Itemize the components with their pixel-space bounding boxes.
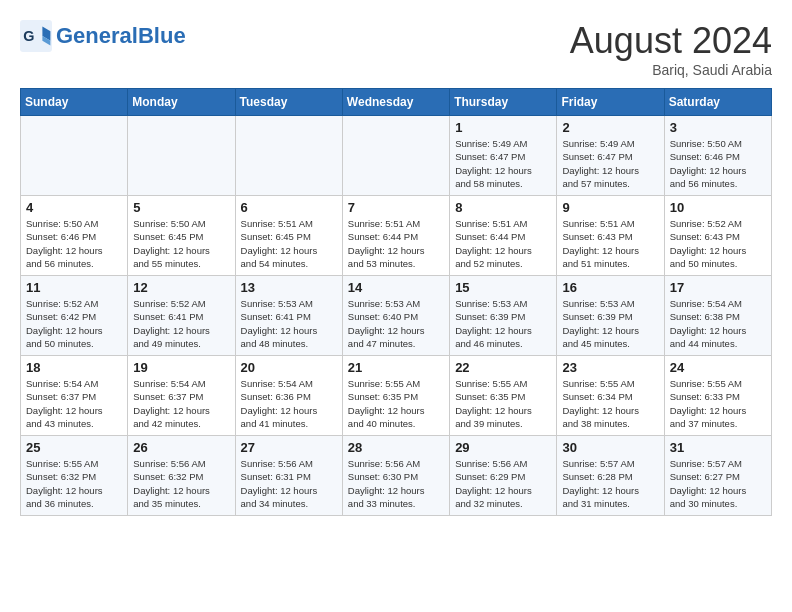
day-info: Sunrise: 5:54 AM Sunset: 6:36 PM Dayligh… — [241, 377, 337, 430]
day-number: 2 — [562, 120, 658, 135]
calendar-cell: 17Sunrise: 5:54 AM Sunset: 6:38 PM Dayli… — [664, 276, 771, 356]
month-title: August 2024 — [570, 20, 772, 62]
logo-icon: G — [20, 20, 52, 52]
day-number: 26 — [133, 440, 229, 455]
day-number: 17 — [670, 280, 766, 295]
calendar-cell: 28Sunrise: 5:56 AM Sunset: 6:30 PM Dayli… — [342, 436, 449, 516]
calendar-cell: 29Sunrise: 5:56 AM Sunset: 6:29 PM Dayli… — [450, 436, 557, 516]
day-number: 14 — [348, 280, 444, 295]
day-info: Sunrise: 5:53 AM Sunset: 6:41 PM Dayligh… — [241, 297, 337, 350]
day-info: Sunrise: 5:50 AM Sunset: 6:46 PM Dayligh… — [670, 137, 766, 190]
calendar-cell: 4Sunrise: 5:50 AM Sunset: 6:46 PM Daylig… — [21, 196, 128, 276]
day-info: Sunrise: 5:50 AM Sunset: 6:46 PM Dayligh… — [26, 217, 122, 270]
day-number: 15 — [455, 280, 551, 295]
day-number: 31 — [670, 440, 766, 455]
calendar-cell — [21, 116, 128, 196]
day-info: Sunrise: 5:52 AM Sunset: 6:43 PM Dayligh… — [670, 217, 766, 270]
day-number: 16 — [562, 280, 658, 295]
day-number: 21 — [348, 360, 444, 375]
weekday-header-sunday: Sunday — [21, 89, 128, 116]
day-info: Sunrise: 5:57 AM Sunset: 6:28 PM Dayligh… — [562, 457, 658, 510]
day-number: 18 — [26, 360, 122, 375]
calendar-cell: 2Sunrise: 5:49 AM Sunset: 6:47 PM Daylig… — [557, 116, 664, 196]
calendar-cell: 21Sunrise: 5:55 AM Sunset: 6:35 PM Dayli… — [342, 356, 449, 436]
calendar-cell: 14Sunrise: 5:53 AM Sunset: 6:40 PM Dayli… — [342, 276, 449, 356]
day-info: Sunrise: 5:51 AM Sunset: 6:44 PM Dayligh… — [348, 217, 444, 270]
day-number: 28 — [348, 440, 444, 455]
day-info: Sunrise: 5:56 AM Sunset: 6:32 PM Dayligh… — [133, 457, 229, 510]
week-row-2: 4Sunrise: 5:50 AM Sunset: 6:46 PM Daylig… — [21, 196, 772, 276]
calendar-cell — [342, 116, 449, 196]
calendar-cell — [235, 116, 342, 196]
calendar-cell: 12Sunrise: 5:52 AM Sunset: 6:41 PM Dayli… — [128, 276, 235, 356]
page-header: G GeneralBlue August 2024 Bariq, Saudi A… — [20, 20, 772, 78]
calendar-body: 1Sunrise: 5:49 AM Sunset: 6:47 PM Daylig… — [21, 116, 772, 516]
location: Bariq, Saudi Arabia — [570, 62, 772, 78]
logo-blue: Blue — [138, 23, 186, 48]
calendar-table: SundayMondayTuesdayWednesdayThursdayFrid… — [20, 88, 772, 516]
day-number: 13 — [241, 280, 337, 295]
day-number: 30 — [562, 440, 658, 455]
logo: G GeneralBlue — [20, 20, 186, 52]
calendar-cell: 27Sunrise: 5:56 AM Sunset: 6:31 PM Dayli… — [235, 436, 342, 516]
day-number: 22 — [455, 360, 551, 375]
calendar-cell: 1Sunrise: 5:49 AM Sunset: 6:47 PM Daylig… — [450, 116, 557, 196]
calendar-cell: 5Sunrise: 5:50 AM Sunset: 6:45 PM Daylig… — [128, 196, 235, 276]
weekday-header-wednesday: Wednesday — [342, 89, 449, 116]
day-info: Sunrise: 5:49 AM Sunset: 6:47 PM Dayligh… — [455, 137, 551, 190]
week-row-3: 11Sunrise: 5:52 AM Sunset: 6:42 PM Dayli… — [21, 276, 772, 356]
day-info: Sunrise: 5:55 AM Sunset: 6:33 PM Dayligh… — [670, 377, 766, 430]
logo-general: General — [56, 23, 138, 48]
weekday-header-friday: Friday — [557, 89, 664, 116]
week-row-4: 18Sunrise: 5:54 AM Sunset: 6:37 PM Dayli… — [21, 356, 772, 436]
day-info: Sunrise: 5:55 AM Sunset: 6:34 PM Dayligh… — [562, 377, 658, 430]
calendar-cell: 31Sunrise: 5:57 AM Sunset: 6:27 PM Dayli… — [664, 436, 771, 516]
calendar-cell: 24Sunrise: 5:55 AM Sunset: 6:33 PM Dayli… — [664, 356, 771, 436]
day-info: Sunrise: 5:54 AM Sunset: 6:37 PM Dayligh… — [133, 377, 229, 430]
weekday-header-tuesday: Tuesday — [235, 89, 342, 116]
day-info: Sunrise: 5:51 AM Sunset: 6:45 PM Dayligh… — [241, 217, 337, 270]
day-number: 27 — [241, 440, 337, 455]
svg-text:G: G — [23, 28, 34, 44]
day-number: 19 — [133, 360, 229, 375]
day-info: Sunrise: 5:56 AM Sunset: 6:29 PM Dayligh… — [455, 457, 551, 510]
weekday-header-thursday: Thursday — [450, 89, 557, 116]
calendar-cell: 6Sunrise: 5:51 AM Sunset: 6:45 PM Daylig… — [235, 196, 342, 276]
day-number: 6 — [241, 200, 337, 215]
week-row-1: 1Sunrise: 5:49 AM Sunset: 6:47 PM Daylig… — [21, 116, 772, 196]
day-info: Sunrise: 5:53 AM Sunset: 6:39 PM Dayligh… — [562, 297, 658, 350]
day-number: 8 — [455, 200, 551, 215]
day-info: Sunrise: 5:53 AM Sunset: 6:39 PM Dayligh… — [455, 297, 551, 350]
day-info: Sunrise: 5:54 AM Sunset: 6:38 PM Dayligh… — [670, 297, 766, 350]
day-number: 25 — [26, 440, 122, 455]
day-number: 5 — [133, 200, 229, 215]
day-info: Sunrise: 5:53 AM Sunset: 6:40 PM Dayligh… — [348, 297, 444, 350]
calendar-cell: 11Sunrise: 5:52 AM Sunset: 6:42 PM Dayli… — [21, 276, 128, 356]
day-info: Sunrise: 5:49 AM Sunset: 6:47 PM Dayligh… — [562, 137, 658, 190]
calendar-cell: 8Sunrise: 5:51 AM Sunset: 6:44 PM Daylig… — [450, 196, 557, 276]
calendar-cell: 19Sunrise: 5:54 AM Sunset: 6:37 PM Dayli… — [128, 356, 235, 436]
calendar-cell — [128, 116, 235, 196]
day-info: Sunrise: 5:50 AM Sunset: 6:45 PM Dayligh… — [133, 217, 229, 270]
day-number: 4 — [26, 200, 122, 215]
calendar-cell: 3Sunrise: 5:50 AM Sunset: 6:46 PM Daylig… — [664, 116, 771, 196]
day-number: 7 — [348, 200, 444, 215]
calendar-cell: 23Sunrise: 5:55 AM Sunset: 6:34 PM Dayli… — [557, 356, 664, 436]
calendar-cell: 30Sunrise: 5:57 AM Sunset: 6:28 PM Dayli… — [557, 436, 664, 516]
calendar-cell: 9Sunrise: 5:51 AM Sunset: 6:43 PM Daylig… — [557, 196, 664, 276]
day-info: Sunrise: 5:55 AM Sunset: 6:32 PM Dayligh… — [26, 457, 122, 510]
day-info: Sunrise: 5:52 AM Sunset: 6:41 PM Dayligh… — [133, 297, 229, 350]
title-area: August 2024 Bariq, Saudi Arabia — [570, 20, 772, 78]
day-number: 9 — [562, 200, 658, 215]
day-info: Sunrise: 5:51 AM Sunset: 6:44 PM Dayligh… — [455, 217, 551, 270]
day-number: 11 — [26, 280, 122, 295]
day-info: Sunrise: 5:55 AM Sunset: 6:35 PM Dayligh… — [455, 377, 551, 430]
day-number: 24 — [670, 360, 766, 375]
day-number: 10 — [670, 200, 766, 215]
day-info: Sunrise: 5:56 AM Sunset: 6:30 PM Dayligh… — [348, 457, 444, 510]
week-row-5: 25Sunrise: 5:55 AM Sunset: 6:32 PM Dayli… — [21, 436, 772, 516]
calendar-cell: 25Sunrise: 5:55 AM Sunset: 6:32 PM Dayli… — [21, 436, 128, 516]
day-number: 23 — [562, 360, 658, 375]
logo-text: GeneralBlue — [56, 25, 186, 47]
calendar-cell: 7Sunrise: 5:51 AM Sunset: 6:44 PM Daylig… — [342, 196, 449, 276]
